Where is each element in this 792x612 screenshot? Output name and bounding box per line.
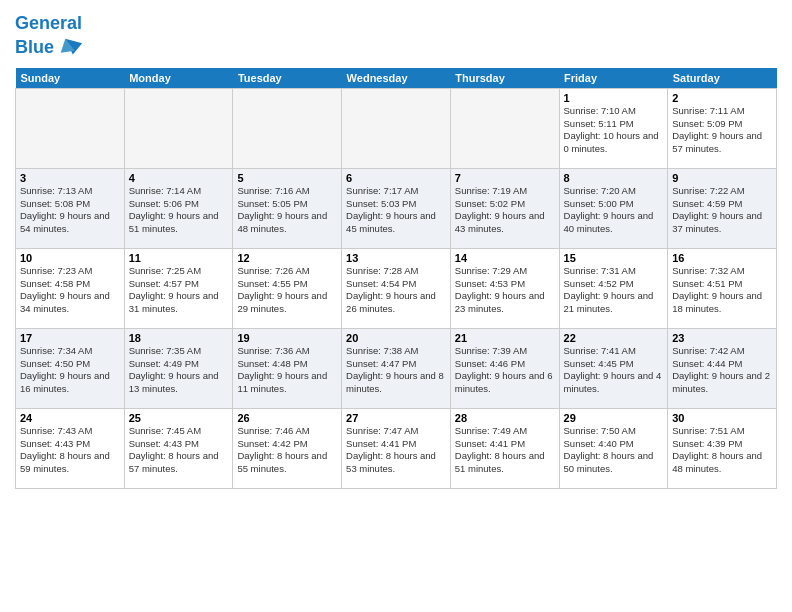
calendar-cell: 3Sunrise: 7:13 AM Sunset: 5:08 PM Daylig… bbox=[16, 168, 125, 248]
calendar-header-row: SundayMondayTuesdayWednesdayThursdayFrid… bbox=[16, 68, 777, 89]
calendar-cell: 19Sunrise: 7:36 AM Sunset: 4:48 PM Dayli… bbox=[233, 328, 342, 408]
day-info: Sunrise: 7:45 AM Sunset: 4:43 PM Dayligh… bbox=[129, 425, 229, 476]
day-info: Sunrise: 7:46 AM Sunset: 4:42 PM Dayligh… bbox=[237, 425, 337, 476]
day-number: 17 bbox=[20, 332, 120, 344]
day-info: Sunrise: 7:41 AM Sunset: 4:45 PM Dayligh… bbox=[564, 345, 664, 396]
day-number: 29 bbox=[564, 412, 664, 424]
day-number: 2 bbox=[672, 92, 772, 104]
day-number: 13 bbox=[346, 252, 446, 264]
day-number: 4 bbox=[129, 172, 229, 184]
calendar-cell: 27Sunrise: 7:47 AM Sunset: 4:41 PM Dayli… bbox=[342, 408, 451, 488]
calendar-cell: 23Sunrise: 7:42 AM Sunset: 4:44 PM Dayli… bbox=[668, 328, 777, 408]
calendar-cell bbox=[342, 88, 451, 168]
calendar-cell: 1Sunrise: 7:10 AM Sunset: 5:11 PM Daylig… bbox=[559, 88, 668, 168]
day-info: Sunrise: 7:32 AM Sunset: 4:51 PM Dayligh… bbox=[672, 265, 772, 316]
day-info: Sunrise: 7:49 AM Sunset: 4:41 PM Dayligh… bbox=[455, 425, 555, 476]
day-number: 14 bbox=[455, 252, 555, 264]
day-number: 9 bbox=[672, 172, 772, 184]
calendar-cell: 29Sunrise: 7:50 AM Sunset: 4:40 PM Dayli… bbox=[559, 408, 668, 488]
calendar-cell: 28Sunrise: 7:49 AM Sunset: 4:41 PM Dayli… bbox=[450, 408, 559, 488]
calendar-cell: 22Sunrise: 7:41 AM Sunset: 4:45 PM Dayli… bbox=[559, 328, 668, 408]
day-info: Sunrise: 7:42 AM Sunset: 4:44 PM Dayligh… bbox=[672, 345, 772, 396]
calendar-cell: 16Sunrise: 7:32 AM Sunset: 4:51 PM Dayli… bbox=[668, 248, 777, 328]
day-number: 8 bbox=[564, 172, 664, 184]
day-number: 1 bbox=[564, 92, 664, 104]
day-info: Sunrise: 7:11 AM Sunset: 5:09 PM Dayligh… bbox=[672, 105, 772, 156]
day-number: 20 bbox=[346, 332, 446, 344]
day-number: 12 bbox=[237, 252, 337, 264]
logo: General Blue bbox=[15, 14, 84, 62]
day-number: 25 bbox=[129, 412, 229, 424]
day-number: 18 bbox=[129, 332, 229, 344]
calendar-cell: 12Sunrise: 7:26 AM Sunset: 4:55 PM Dayli… bbox=[233, 248, 342, 328]
day-number: 10 bbox=[20, 252, 120, 264]
calendar-cell: 4Sunrise: 7:14 AM Sunset: 5:06 PM Daylig… bbox=[124, 168, 233, 248]
day-info: Sunrise: 7:29 AM Sunset: 4:53 PM Dayligh… bbox=[455, 265, 555, 316]
day-info: Sunrise: 7:47 AM Sunset: 4:41 PM Dayligh… bbox=[346, 425, 446, 476]
calendar-cell bbox=[233, 88, 342, 168]
calendar-cell: 9Sunrise: 7:22 AM Sunset: 4:59 PM Daylig… bbox=[668, 168, 777, 248]
calendar-cell bbox=[450, 88, 559, 168]
day-number: 27 bbox=[346, 412, 446, 424]
day-number: 3 bbox=[20, 172, 120, 184]
day-info: Sunrise: 7:17 AM Sunset: 5:03 PM Dayligh… bbox=[346, 185, 446, 236]
calendar-cell: 2Sunrise: 7:11 AM Sunset: 5:09 PM Daylig… bbox=[668, 88, 777, 168]
calendar-cell: 7Sunrise: 7:19 AM Sunset: 5:02 PM Daylig… bbox=[450, 168, 559, 248]
calendar-cell: 13Sunrise: 7:28 AM Sunset: 4:54 PM Dayli… bbox=[342, 248, 451, 328]
day-info: Sunrise: 7:20 AM Sunset: 5:00 PM Dayligh… bbox=[564, 185, 664, 236]
calendar-week-row: 17Sunrise: 7:34 AM Sunset: 4:50 PM Dayli… bbox=[16, 328, 777, 408]
header: General Blue bbox=[15, 10, 777, 62]
day-number: 16 bbox=[672, 252, 772, 264]
day-number: 7 bbox=[455, 172, 555, 184]
calendar-cell: 30Sunrise: 7:51 AM Sunset: 4:39 PM Dayli… bbox=[668, 408, 777, 488]
calendar-cell: 15Sunrise: 7:31 AM Sunset: 4:52 PM Dayli… bbox=[559, 248, 668, 328]
calendar-cell bbox=[124, 88, 233, 168]
calendar-cell bbox=[16, 88, 125, 168]
day-number: 6 bbox=[346, 172, 446, 184]
day-info: Sunrise: 7:28 AM Sunset: 4:54 PM Dayligh… bbox=[346, 265, 446, 316]
calendar-cell: 20Sunrise: 7:38 AM Sunset: 4:47 PM Dayli… bbox=[342, 328, 451, 408]
calendar-cell: 6Sunrise: 7:17 AM Sunset: 5:03 PM Daylig… bbox=[342, 168, 451, 248]
calendar-body: 1Sunrise: 7:10 AM Sunset: 5:11 PM Daylig… bbox=[16, 88, 777, 488]
calendar-cell: 18Sunrise: 7:35 AM Sunset: 4:49 PM Dayli… bbox=[124, 328, 233, 408]
day-info: Sunrise: 7:26 AM Sunset: 4:55 PM Dayligh… bbox=[237, 265, 337, 316]
day-number: 21 bbox=[455, 332, 555, 344]
day-number: 28 bbox=[455, 412, 555, 424]
day-info: Sunrise: 7:31 AM Sunset: 4:52 PM Dayligh… bbox=[564, 265, 664, 316]
calendar-week-row: 3Sunrise: 7:13 AM Sunset: 5:08 PM Daylig… bbox=[16, 168, 777, 248]
day-info: Sunrise: 7:14 AM Sunset: 5:06 PM Dayligh… bbox=[129, 185, 229, 236]
calendar-cell: 24Sunrise: 7:43 AM Sunset: 4:43 PM Dayli… bbox=[16, 408, 125, 488]
calendar-cell: 17Sunrise: 7:34 AM Sunset: 4:50 PM Dayli… bbox=[16, 328, 125, 408]
calendar-cell: 25Sunrise: 7:45 AM Sunset: 4:43 PM Dayli… bbox=[124, 408, 233, 488]
calendar-week-row: 24Sunrise: 7:43 AM Sunset: 4:43 PM Dayli… bbox=[16, 408, 777, 488]
day-info: Sunrise: 7:10 AM Sunset: 5:11 PM Dayligh… bbox=[564, 105, 664, 156]
day-number: 30 bbox=[672, 412, 772, 424]
day-info: Sunrise: 7:34 AM Sunset: 4:50 PM Dayligh… bbox=[20, 345, 120, 396]
calendar-week-row: 1Sunrise: 7:10 AM Sunset: 5:11 PM Daylig… bbox=[16, 88, 777, 168]
day-info: Sunrise: 7:50 AM Sunset: 4:40 PM Dayligh… bbox=[564, 425, 664, 476]
weekday-header: Sunday bbox=[16, 68, 125, 89]
day-info: Sunrise: 7:43 AM Sunset: 4:43 PM Dayligh… bbox=[20, 425, 120, 476]
day-info: Sunrise: 7:25 AM Sunset: 4:57 PM Dayligh… bbox=[129, 265, 229, 316]
calendar-cell: 26Sunrise: 7:46 AM Sunset: 4:42 PM Dayli… bbox=[233, 408, 342, 488]
day-number: 15 bbox=[564, 252, 664, 264]
weekday-header: Tuesday bbox=[233, 68, 342, 89]
day-number: 19 bbox=[237, 332, 337, 344]
day-number: 23 bbox=[672, 332, 772, 344]
page-container: General Blue SundayMondayTuesdayWednesda… bbox=[0, 0, 792, 499]
day-info: Sunrise: 7:35 AM Sunset: 4:49 PM Dayligh… bbox=[129, 345, 229, 396]
logo-blue: Blue bbox=[15, 38, 54, 58]
day-info: Sunrise: 7:36 AM Sunset: 4:48 PM Dayligh… bbox=[237, 345, 337, 396]
day-number: 26 bbox=[237, 412, 337, 424]
calendar-cell: 5Sunrise: 7:16 AM Sunset: 5:05 PM Daylig… bbox=[233, 168, 342, 248]
day-info: Sunrise: 7:22 AM Sunset: 4:59 PM Dayligh… bbox=[672, 185, 772, 236]
day-number: 22 bbox=[564, 332, 664, 344]
calendar-cell: 8Sunrise: 7:20 AM Sunset: 5:00 PM Daylig… bbox=[559, 168, 668, 248]
weekday-header: Wednesday bbox=[342, 68, 451, 89]
calendar-cell: 10Sunrise: 7:23 AM Sunset: 4:58 PM Dayli… bbox=[16, 248, 125, 328]
weekday-header: Saturday bbox=[668, 68, 777, 89]
weekday-header: Friday bbox=[559, 68, 668, 89]
day-info: Sunrise: 7:51 AM Sunset: 4:39 PM Dayligh… bbox=[672, 425, 772, 476]
day-info: Sunrise: 7:13 AM Sunset: 5:08 PM Dayligh… bbox=[20, 185, 120, 236]
calendar-cell: 11Sunrise: 7:25 AM Sunset: 4:57 PM Dayli… bbox=[124, 248, 233, 328]
